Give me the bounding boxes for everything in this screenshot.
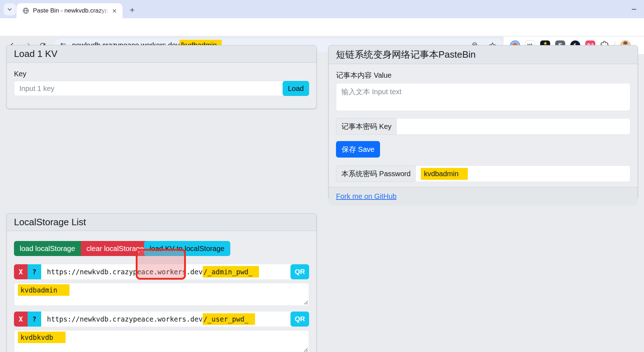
tab-title: Paste Bin - newkvdb.crazypea: [33, 7, 109, 14]
load-button[interactable]: Load: [283, 81, 309, 96]
pastebin-key-prepend-label: 记事本密码 Key: [336, 118, 397, 135]
entry-value-textarea[interactable]: kvdbkvdb: [14, 330, 309, 352]
tab-strip: Paste Bin - newkvdb.crazypea: [0, 0, 644, 18]
delete-entry-button[interactable]: X: [14, 264, 28, 279]
chevron-down-icon: [6, 6, 13, 13]
system-password-prepend-label: 本系统密码 Password: [336, 165, 415, 182]
localstorage-card-title: LocalStorage List: [7, 214, 316, 231]
save-button[interactable]: 保存 Save: [336, 141, 380, 158]
resize-grip-icon[interactable]: [304, 348, 308, 352]
qr-button[interactable]: QR: [290, 312, 309, 327]
help-entry-button[interactable]: ?: [28, 264, 41, 279]
value-label: 记事本内容 Value: [336, 71, 630, 80]
browser-toolbar: newkvdb.crazypeace.workers.dev/kvdbadmin…: [0, 18, 644, 36]
load-localstorage-button[interactable]: load localStorage: [14, 241, 81, 256]
window-minimize-button[interactable]: [628, 4, 640, 14]
help-entry-button[interactable]: ?: [28, 312, 41, 327]
system-password-input[interactable]: kvdbadmin: [415, 165, 630, 182]
red-annotation-rectangle: [136, 249, 186, 280]
qr-button[interactable]: QR: [290, 264, 309, 279]
url-key-highlight: /_user_pwd_: [203, 313, 255, 325]
pastebin-card-title: 短链系统变身网络记事本PasteBin: [329, 45, 638, 64]
localstorage-card: LocalStorage List load localStorage clea…: [6, 213, 317, 352]
load-kv-card-title: Load 1 KV: [7, 45, 316, 63]
pastebin-card-footer: Fork me on GitHub: [329, 187, 638, 206]
entry-value-textarea[interactable]: kvdbadmin: [14, 283, 309, 306]
url-key-highlight: /_admin_pwd_: [203, 266, 259, 278]
entry-value-highlight: kvdbkvdb: [18, 332, 66, 343]
tab-close-button[interactable]: [110, 6, 119, 15]
key-input[interactable]: [14, 81, 285, 96]
tab-search-button[interactable]: [4, 3, 16, 15]
resize-grip-icon[interactable]: [304, 300, 308, 304]
entry-value-highlight: kvdbadmin: [18, 284, 69, 296]
entry-url-input[interactable]: https://newkvdb.crazypeace.workers.dev/_…: [41, 312, 293, 327]
key-label: Key: [14, 70, 309, 78]
tab-title-fade: [100, 7, 109, 14]
browser-tab[interactable]: Paste Bin - newkvdb.crazypea: [16, 3, 122, 18]
value-textarea[interactable]: [336, 83, 630, 111]
pastebin-key-input[interactable]: [397, 118, 630, 135]
delete-entry-button[interactable]: X: [14, 312, 28, 327]
password-highlighted-value: kvdbadmin: [421, 168, 468, 180]
localstorage-entry: X ? https://newkvdb.crazypeace.workers.d…: [14, 312, 309, 352]
globe-favicon-icon: [22, 7, 29, 14]
load-kv-card: Load 1 KV Key Load: [6, 45, 317, 109]
github-link[interactable]: Fork me on GitHub: [336, 192, 397, 200]
pastebin-card: 短链系统变身网络记事本PasteBin 记事本内容 Value 记事本密码 Ke…: [328, 45, 638, 200]
new-tab-button[interactable]: [126, 4, 138, 16]
